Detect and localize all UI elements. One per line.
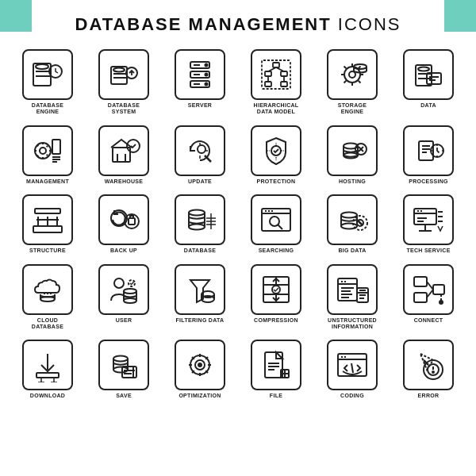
svg-point-42 — [40, 148, 46, 154]
corner-decoration-tr — [444, 0, 476, 32]
svg-point-154 — [113, 356, 128, 362]
svg-rect-23 — [265, 82, 271, 86]
svg-rect-83 — [262, 209, 290, 231]
svg-rect-21 — [265, 71, 271, 76]
svg-point-114 — [114, 278, 124, 288]
svg-rect-20 — [273, 63, 279, 67]
icon-hierarchical-data-model: HIERARCHICALDATA MODEL — [240, 46, 313, 119]
svg-rect-149 — [36, 373, 59, 378]
icon-warehouse: WAREHOUSE — [87, 122, 160, 188]
icon-database-system: DATABASESYSTEM — [87, 46, 160, 119]
icon-management: MANAGEMENT — [11, 122, 84, 188]
svg-line-96 — [358, 221, 363, 225]
svg-line-145 — [427, 290, 433, 298]
svg-point-85 — [270, 217, 279, 226]
svg-rect-22 — [281, 71, 287, 76]
icon-searching: SEARCHING — [240, 191, 313, 257]
svg-rect-43 — [52, 140, 60, 154]
icon-unstructured-information: UNSTRUCTUREDINFORMATION — [316, 261, 389, 334]
icon-file: FILE — [240, 336, 313, 402]
svg-point-6 — [113, 68, 125, 72]
svg-point-52 — [198, 145, 205, 153]
svg-rect-19 — [262, 60, 290, 89]
icon-hosting: HOSTING — [316, 122, 389, 188]
icon-cloud-database: CLOUDDATABASE — [11, 261, 84, 334]
icon-error: ERROR — [392, 336, 465, 402]
icon-save: SAVE — [87, 336, 160, 402]
icon-processing: PROCESSING — [392, 122, 465, 188]
icon-download: DOWNLOAD — [11, 336, 84, 402]
svg-point-147 — [440, 301, 443, 304]
svg-point-1 — [36, 64, 48, 69]
svg-rect-66 — [33, 226, 62, 232]
icon-compression: COMPRESSION — [240, 261, 313, 334]
icon-connect: CONNECT — [392, 261, 465, 334]
icon-optimization: OPTIMIZATION — [163, 336, 236, 402]
corner-decoration-tl — [0, 0, 32, 32]
svg-point-164 — [198, 363, 202, 367]
icon-server: SERVER — [163, 46, 236, 119]
icon-database: DATABASE — [163, 191, 236, 257]
svg-rect-143 — [433, 285, 444, 294]
icon-coding: CODING — [316, 336, 389, 402]
svg-line-26 — [276, 67, 284, 71]
icon-update: UPDATE — [163, 122, 236, 188]
icon-filtering-data: FILTERING DATA — [163, 261, 236, 334]
icon-storage-engine: STORAGEENGINE — [316, 46, 389, 119]
icon-tech-service: TECH SERVICE — [392, 191, 465, 257]
page-header: DATABASE MANAGEMENT ICONS — [0, 0, 476, 41]
svg-point-35 — [418, 67, 429, 71]
icon-data: DATA — [392, 46, 465, 119]
svg-point-78 — [189, 225, 205, 230]
svg-rect-74 — [129, 218, 135, 225]
svg-line-144 — [427, 282, 433, 290]
svg-point-15 — [205, 83, 208, 86]
svg-point-14 — [205, 74, 208, 76]
svg-point-115 — [124, 289, 136, 294]
icon-back-up: BACK UP — [87, 191, 160, 257]
icon-structure: STRUCTURE — [11, 191, 84, 257]
page-title-light: ICONS — [332, 14, 401, 34]
icon-big-data: BIG DATA — [316, 191, 389, 257]
svg-point-90 — [341, 213, 357, 218]
icons-grid: DATABASEENGINE DATABASESYSTEM — [0, 41, 476, 408]
svg-line-86 — [278, 225, 283, 230]
svg-rect-71 — [35, 209, 60, 213]
icon-protection: PROTECTION — [240, 122, 313, 188]
icon-user: USER — [87, 261, 160, 334]
svg-line-176 — [351, 363, 353, 373]
svg-rect-24 — [281, 82, 287, 86]
svg-rect-141 — [414, 277, 427, 286]
svg-line-25 — [268, 67, 276, 71]
svg-point-181 — [432, 371, 434, 373]
svg-point-75 — [189, 210, 205, 216]
svg-point-118 — [124, 298, 136, 303]
page-title-bold: DATABASE MANAGEMENT — [75, 14, 332, 34]
icon-database-engine: DATABASEENGINE — [11, 46, 84, 119]
svg-rect-142 — [414, 293, 427, 302]
svg-point-13 — [205, 64, 208, 67]
